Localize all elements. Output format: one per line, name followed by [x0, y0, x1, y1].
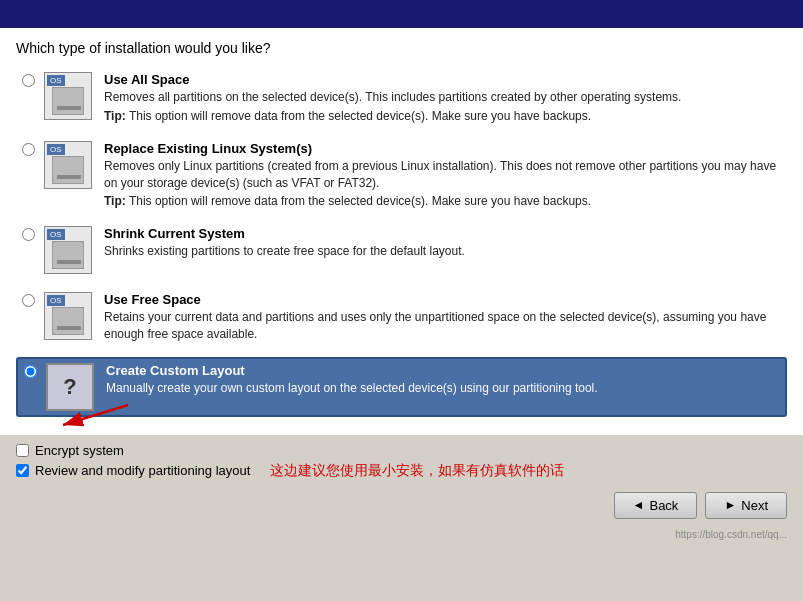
main-content: Which type of installation would you lik…: [0, 28, 803, 435]
options-list: OS Use All SpaceRemoves all partitions o…: [16, 68, 787, 417]
radio-replace-existing[interactable]: [22, 143, 35, 156]
encrypt-system-checkbox[interactable]: [16, 444, 29, 457]
disk-graphic: [52, 307, 84, 335]
back-button[interactable]: ◄ Back: [614, 492, 698, 519]
option-item-use-all-space[interactable]: OS Use All SpaceRemoves all partitions o…: [16, 68, 787, 127]
option-tip-replace-existing: Tip: This option will remove data from t…: [104, 194, 781, 208]
radio-col-replace-existing: [22, 143, 44, 159]
option-desc-use-all-space: Removes all partitions on the selected d…: [104, 89, 781, 106]
disk-graphic: [52, 156, 84, 184]
buttons-row: ◄ Back ► Next: [0, 484, 803, 527]
next-icon: ►: [724, 498, 736, 512]
radio-use-free-space[interactable]: [22, 294, 35, 307]
top-bar: [0, 0, 803, 28]
next-button[interactable]: ► Next: [705, 492, 787, 519]
os-label: OS: [47, 75, 65, 86]
radio-shrink-current[interactable]: [22, 228, 35, 241]
radio-use-all-space[interactable]: [22, 74, 35, 87]
icon-col-use-all-space: OS: [44, 72, 96, 120]
option-tip-use-all-space: Tip: This option will remove data from t…: [104, 109, 781, 123]
option-desc-create-custom-layout: Manually create your own custom layout o…: [106, 380, 779, 397]
encrypt-system-row: Encrypt system: [16, 443, 787, 458]
disk-icon-replace-existing: OS: [44, 141, 92, 189]
radio-col-create-custom-layout: [24, 365, 46, 381]
disk-icon-use-all-space: OS: [44, 72, 92, 120]
option-title-create-custom-layout: Create Custom Layout: [106, 363, 779, 378]
option-title-use-all-space: Use All Space: [104, 72, 781, 87]
radio-col-shrink-current: [22, 228, 44, 244]
text-col-replace-existing: Replace Existing Linux System(s)Removes …: [104, 141, 781, 209]
icon-col-create-custom-layout: ?: [46, 363, 98, 411]
watermark: https://blog.csdn.net/qq...: [0, 527, 803, 542]
option-item-create-custom-layout[interactable]: ?Create Custom LayoutManually create you…: [16, 357, 787, 417]
disk-graphic: [52, 87, 84, 115]
option-desc-replace-existing: Removes only Linux partitions (created f…: [104, 158, 781, 192]
os-label: OS: [47, 295, 65, 306]
radio-create-custom-layout[interactable]: [24, 365, 37, 378]
option-item-shrink-current[interactable]: OS Shrink Current SystemShrinks existing…: [16, 222, 787, 278]
disk-icon-shrink-current: OS: [44, 226, 92, 274]
option-item-use-free-space[interactable]: OS Use Free SpaceRetains your current da…: [16, 288, 787, 347]
review-partitioning-row: Review and modify partitioning layout 这边…: [16, 462, 787, 480]
bottom-section: Encrypt system Review and modify partiti…: [0, 435, 803, 480]
encrypt-system-label: Encrypt system: [35, 443, 124, 458]
text-col-use-all-space: Use All SpaceRemoves all partitions on t…: [104, 72, 781, 123]
question-icon: ?: [46, 363, 94, 411]
text-col-create-custom-layout: Create Custom LayoutManually create your…: [106, 363, 779, 397]
disk-icon-use-free-space: OS: [44, 292, 92, 340]
icon-col-shrink-current: OS: [44, 226, 96, 274]
icon-col-replace-existing: OS: [44, 141, 96, 189]
os-label: OS: [47, 229, 65, 240]
text-col-shrink-current: Shrink Current SystemShrinks existing pa…: [104, 226, 781, 260]
question-text: Which type of installation would you lik…: [16, 40, 787, 56]
option-desc-shrink-current: Shrinks existing partitions to create fr…: [104, 243, 781, 260]
icon-col-use-free-space: OS: [44, 292, 96, 340]
option-title-shrink-current: Shrink Current System: [104, 226, 781, 241]
back-icon: ◄: [633, 498, 645, 512]
radio-col-use-all-space: [22, 74, 44, 90]
option-title-use-free-space: Use Free Space: [104, 292, 781, 307]
annotation-text: 这边建议您使用最小安装，如果有仿真软件的话: [270, 462, 564, 480]
back-label: Back: [649, 498, 678, 513]
option-item-replace-existing[interactable]: OS Replace Existing Linux System(s)Remov…: [16, 137, 787, 213]
review-partitioning-label: Review and modify partitioning layout: [35, 463, 250, 478]
os-label: OS: [47, 144, 65, 155]
option-desc-use-free-space: Retains your current data and partitions…: [104, 309, 781, 343]
next-label: Next: [741, 498, 768, 513]
disk-graphic: [52, 241, 84, 269]
review-partitioning-checkbox[interactable]: [16, 464, 29, 477]
option-title-replace-existing: Replace Existing Linux System(s): [104, 141, 781, 156]
radio-col-use-free-space: [22, 294, 44, 310]
text-col-use-free-space: Use Free SpaceRetains your current data …: [104, 292, 781, 343]
